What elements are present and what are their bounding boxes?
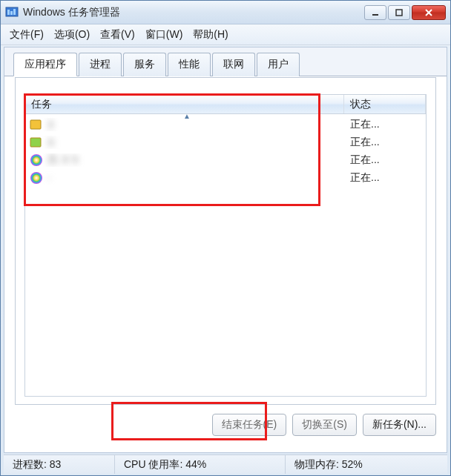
column-status[interactable]: 状态 xyxy=(344,95,426,113)
status-processes: 进程数: 83 xyxy=(4,455,115,474)
table-row[interactable]: X 正在... xyxy=(25,133,426,151)
tab-applications[interactable]: 应用程序 xyxy=(13,53,77,76)
app-row-icon xyxy=(30,171,43,185)
menu-help[interactable]: 帮助(H) xyxy=(193,28,228,42)
action-buttons: 结束任务(E) 切换至(S) 新任务(N)... xyxy=(15,411,436,439)
svg-rect-1 xyxy=(7,10,10,15)
svg-rect-5 xyxy=(396,10,402,16)
tabstrip: 应用程序 进程 服务 性能 联网 用户 xyxy=(4,47,447,76)
task-manager-window: Windows 任务管理器 文件(F) 选项(O) 查看(V) 窗口(W) 帮助… xyxy=(0,0,451,476)
tab-users[interactable]: 用户 xyxy=(257,53,300,76)
table-row[interactable]: 高 9 5正在... xyxy=(25,151,426,169)
tab-performance[interactable]: 性能 xyxy=(168,53,211,76)
client-area: 应用程序 进程 服务 性能 联网 用户 ▲ 任务 状态 3 正在...X 正在.… xyxy=(4,47,447,453)
list-body: 3 正在...X 正在...高 9 5正在...- 正在... xyxy=(25,114,426,188)
task-name: - xyxy=(47,172,52,184)
menubar: 文件(F) 选项(O) 查看(V) 窗口(W) 帮助(H) xyxy=(1,24,450,45)
menu-file[interactable]: 文件(F) xyxy=(10,28,44,42)
switch-to-button[interactable]: 切换至(S) xyxy=(292,414,357,436)
status-memory-value: 52% xyxy=(342,458,363,470)
statusbar: 进程数: 83 CPU 使用率: 44% 物理内存: 52% xyxy=(4,454,447,474)
status-memory-label: 物理内存: xyxy=(294,458,339,470)
app-icon xyxy=(5,6,19,19)
task-name: X xyxy=(47,136,55,148)
sort-indicator-icon: ▲ xyxy=(183,112,191,120)
applications-panel: ▲ 任务 状态 3 正在...X 正在...高 9 5正在...- 正在... xyxy=(15,77,436,405)
svg-point-11 xyxy=(30,172,42,184)
task-status: 正在... xyxy=(344,118,426,131)
table-row[interactable]: 3 正在... xyxy=(25,116,426,133)
app-row-icon xyxy=(30,153,43,167)
list-header: 任务 状态 xyxy=(25,95,426,114)
end-task-button[interactable]: 结束任务(E) xyxy=(212,414,287,436)
menu-view[interactable]: 查看(V) xyxy=(100,28,135,42)
svg-rect-8 xyxy=(30,120,41,129)
menu-options[interactable]: 选项(O) xyxy=(54,28,90,42)
svg-rect-2 xyxy=(10,11,13,15)
task-status: 正在... xyxy=(344,136,426,149)
app-row-icon xyxy=(30,118,43,131)
status-memory: 物理内存: 52% xyxy=(286,455,447,474)
tab-processes[interactable]: 进程 xyxy=(79,53,122,76)
table-row[interactable]: - 正在... xyxy=(25,169,426,187)
app-row-icon xyxy=(30,136,43,149)
status-cpu-value: 44% xyxy=(185,458,206,470)
tab-network[interactable]: 联网 xyxy=(212,53,255,76)
status-cpu-label: CPU 使用率: xyxy=(124,458,182,470)
task-status: 正在... xyxy=(344,153,426,167)
window-title: Windows 任务管理器 xyxy=(23,6,364,19)
tab-services[interactable]: 服务 xyxy=(123,53,166,76)
menu-windows[interactable]: 窗口(W) xyxy=(145,28,183,42)
task-status: 正在... xyxy=(344,171,426,185)
applications-list[interactable]: ▲ 任务 状态 3 正在...X 正在...高 9 5正在...- 正在... xyxy=(24,94,427,397)
new-task-button[interactable]: 新任务(N)... xyxy=(363,414,436,436)
titlebar: Windows 任务管理器 xyxy=(1,1,450,24)
status-processes-value: 83 xyxy=(50,458,62,470)
svg-point-10 xyxy=(30,154,42,166)
status-cpu: CPU 使用率: 44% xyxy=(115,455,286,474)
svg-rect-3 xyxy=(13,9,16,15)
status-processes-label: 进程数: xyxy=(13,458,47,470)
task-name: 3 xyxy=(47,119,54,130)
minimize-button[interactable] xyxy=(364,5,386,20)
close-button[interactable] xyxy=(412,5,446,20)
column-task[interactable]: 任务 xyxy=(25,95,344,113)
task-name: 高 9 5 xyxy=(47,153,79,167)
maximize-button[interactable] xyxy=(388,5,410,20)
svg-rect-9 xyxy=(30,138,41,147)
